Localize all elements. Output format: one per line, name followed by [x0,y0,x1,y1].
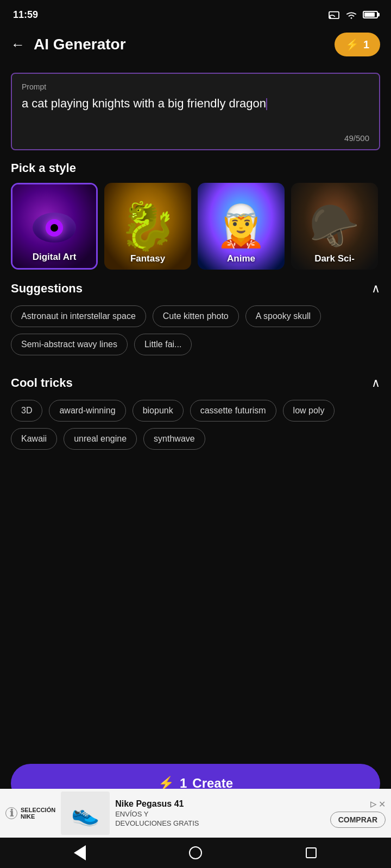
suggestions-title: Suggestions [11,282,83,296]
back-nav-button[interactable] [72,845,88,861]
suggestion-chip-4[interactable]: A spooky skull [245,305,321,327]
cool-tricks-section: Cool tricks ∧ 3D award-winning biopunk c… [0,364,391,454]
top-nav: ← AI Generator ⚡ 1 [0,27,391,67]
suggestions-chips: Astronaut in interstellar space Cute kit… [0,303,391,360]
bolt-icon: ⚡ [345,38,359,51]
style-item-anime[interactable]: 🧝 Anime [198,183,285,270]
back-triangle-icon [74,845,86,860]
ad-product-name: Nike Pegasus 41 [115,799,325,809]
cool-tricks-title: Cool tricks [11,376,73,390]
status-bar: 11:59 [0,0,391,27]
prompt-label: Prompt [22,82,369,91]
nav-left: ← AI Generator [11,36,126,53]
ad-info-icon[interactable]: ℹ [5,807,17,819]
wifi-icon [345,10,357,20]
credits-count: 1 [363,39,369,51]
shoe-icon: 👟 [71,800,99,827]
style-item-fantasy[interactable]: 🐉 Fantasy [104,183,191,270]
ad-text-area: Nike Pegasus 41 ENVÍOS Y DEVOLUCIONES GR… [115,799,325,827]
styles-section-title: Pick a style [0,150,391,183]
trick-chip-5[interactable]: low poly [283,400,335,422]
trick-chip-4[interactable]: cassette futurism [190,400,276,422]
trick-chip-2[interactable]: award-winning [49,400,125,422]
style-label-fantasy: Fantasy [110,253,186,264]
recent-square-icon [306,847,317,858]
svg-point-1 [329,17,331,19]
cast-icon [328,10,340,20]
ad-banner: ℹ SELECCIÓN NIKE 👟 Nike Pegasus 41 ENVÍO… [0,789,391,838]
ad-product-image: 👟 [61,792,110,835]
credits-badge[interactable]: ⚡ 1 [335,33,380,56]
cool-tricks-chevron: ∧ [371,376,380,390]
ad-subtitle-2: DEVOLUCIONES GRATIS [115,819,325,827]
back-button[interactable]: ← [11,36,25,53]
ad-close-symbol: ▷ [370,800,376,808]
battery-icon [363,11,378,18]
prompt-input[interactable]: a cat playing knights with a big friendl… [22,95,369,128]
text-cursor [266,98,267,110]
trick-chip-1[interactable]: 3D [11,400,42,422]
bottom-nav [0,838,391,868]
prompt-counter: 49/500 [22,133,369,143]
prompt-container[interactable]: Prompt a cat playing knights with a big … [11,73,380,150]
recent-nav-button[interactable] [303,845,319,861]
status-icons [328,10,378,20]
styles-scroll: Digital Art 🐉 Fantasy 🧝 Anime 🪖 Dark Sci… [0,183,391,270]
ad-cta-button[interactable]: COMPRAR [330,812,386,828]
helmet-emoji: 🪖 [309,202,360,250]
dragon-emoji: 🐉 [119,199,176,253]
ad-action-buttons: ▷ ✕ COMPRAR [330,799,386,828]
style-item-digital-art[interactable]: Digital Art [11,183,98,270]
cool-tricks-header[interactable]: Cool tricks ∧ [0,364,391,398]
trick-chip-8[interactable]: synthwave [143,428,205,450]
ad-brand-area: ℹ SELECCIÓN NIKE [5,807,55,820]
trick-chip-6[interactable]: Kawaii [11,428,57,450]
suggestion-chip-5[interactable]: Semi-abstract wavy lines [11,334,128,355]
suggestions-header[interactable]: Suggestions ∧ [0,270,391,303]
ad-brand-text: SELECCIÓN NIKE [21,807,55,820]
ad-close-button[interactable]: ✕ [379,799,386,809]
style-item-dark-sci[interactable]: 🪖 Dark Sci- [291,183,378,270]
status-time: 11:59 [13,9,38,21]
trick-chip-7[interactable]: unreal engine [64,428,137,450]
suggestions-chevron: ∧ [371,282,380,296]
style-label-dark-sci: Dark Sci- [297,253,373,264]
suggestion-chip-1[interactable]: Astronaut in interstellar space [11,305,146,327]
page-title: AI Generator [34,36,126,53]
cool-tricks-chips: 3D award-winning biopunk cassette futuri… [0,398,391,454]
suggestion-chip-2[interactable]: Cute kitten photo [153,305,239,327]
suggestion-chip-6[interactable]: Little fai... [134,334,192,355]
anime-emoji: 🧝 [216,202,267,250]
ad-close-area: ▷ ✕ [370,799,386,809]
ad-subtitle-1: ENVÍOS Y [115,810,325,818]
trick-chip-3[interactable]: biopunk [133,400,184,422]
home-circle-icon [189,846,202,859]
style-label-anime: Anime [203,253,279,264]
style-label-digital-art: Digital Art [18,252,91,263]
home-nav-button[interactable] [187,845,204,861]
